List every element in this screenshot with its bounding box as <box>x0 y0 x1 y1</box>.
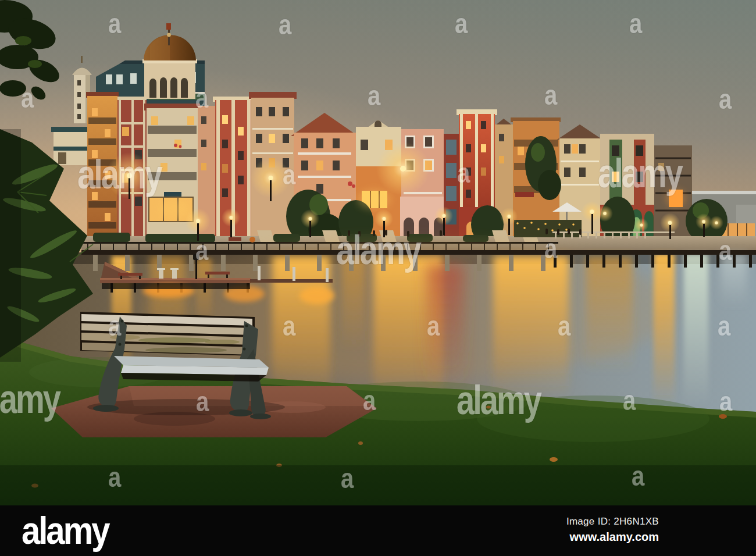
footer-meta: Image ID: 2H6N1XB www.alamy.com <box>566 516 659 544</box>
image-id-text: Image ID: 2H6N1XB <box>566 516 659 528</box>
photograph: alamyalamyalamyalamyalamyaaaaaaaaaaaaaaa… <box>0 0 756 505</box>
scene-art <box>0 0 756 505</box>
stock-photo-page: alamyalamyalamyalamyalamyaaaaaaaaaaaaaaa… <box>0 0 756 556</box>
alamy-logo: alamy <box>22 511 108 550</box>
website-text: www.alamy.com <box>566 530 659 544</box>
footer-bar: alamy Image ID: 2H6N1XB www.alamy.com <box>0 505 756 556</box>
